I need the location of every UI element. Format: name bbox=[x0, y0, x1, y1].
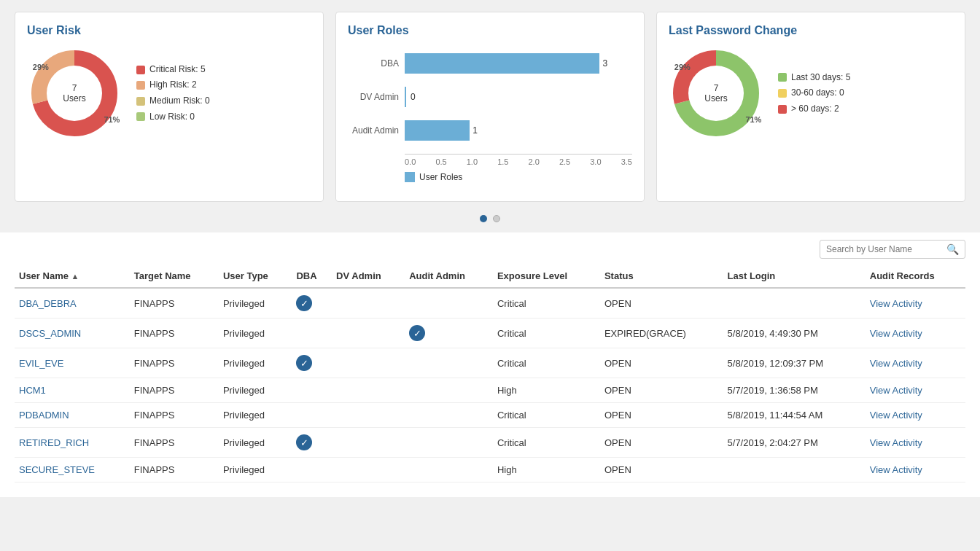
cell-dvadmin bbox=[332, 458, 405, 482]
cell-targetname: FINAPPS bbox=[130, 319, 219, 348]
bar-auditadmin-fill bbox=[405, 120, 470, 141]
view-activity-link[interactable]: View Activity bbox=[870, 410, 922, 421]
table-row: EVIL_EVEFINAPPSPrivileged✓CriticalOPEN5/… bbox=[15, 348, 965, 378]
cell-exposurelevel: Critical bbox=[493, 348, 600, 378]
cell-targetname: FINAPPS bbox=[130, 428, 219, 458]
cell-username: PDBADMIN bbox=[15, 403, 130, 428]
bar-dvadmin-fill bbox=[405, 87, 406, 107]
check-dba: ✓ bbox=[296, 355, 312, 371]
cell-targetname: FINAPPS bbox=[130, 403, 219, 428]
last-password-center: 7 Users bbox=[704, 83, 727, 104]
bar-auditadmin-value: 1 bbox=[472, 125, 478, 136]
cell-lastlogin bbox=[723, 288, 866, 319]
view-activity-link[interactable]: View Activity bbox=[870, 328, 922, 339]
cell-auditrecords: View Activity bbox=[866, 348, 965, 378]
cell-targetname: FINAPPS bbox=[130, 288, 219, 319]
cell-dvadmin bbox=[332, 319, 405, 348]
table-section: 🔍 User Name ▲ Target Name User Type DBA … bbox=[0, 232, 980, 497]
table-row: DSCS_ADMINFINAPPSPrivileged✓CriticalEXPI… bbox=[15, 319, 965, 348]
user-link[interactable]: PDBADMIN bbox=[19, 410, 69, 421]
user-link[interactable]: SECURE_STEVE bbox=[19, 464, 95, 475]
cell-status: OPEN bbox=[600, 348, 723, 378]
table-body: DBA_DEBRAFINAPPSPrivileged✓CriticalOPENV… bbox=[15, 288, 965, 482]
table-header-row: User Name ▲ Target Name User Type DBA DV… bbox=[15, 265, 965, 288]
cell-dba bbox=[292, 403, 332, 428]
cell-usertype: Privileged bbox=[219, 348, 292, 378]
cell-status: OPEN bbox=[600, 378, 723, 403]
view-activity-link[interactable]: View Activity bbox=[870, 464, 922, 475]
legend-medium-dot bbox=[136, 97, 145, 106]
cell-dba bbox=[292, 458, 332, 482]
sort-arrow-username: ▲ bbox=[71, 272, 79, 281]
col-dba: DBA bbox=[292, 265, 332, 288]
bar-auditadmin-label: Audit Admin bbox=[348, 125, 399, 136]
cell-auditrecords: View Activity bbox=[866, 403, 965, 428]
cell-auditadmin bbox=[405, 403, 493, 428]
cell-exposurelevel: Critical bbox=[493, 319, 600, 348]
legend-high-dot bbox=[136, 81, 145, 90]
cell-username: SECURE_STEVE bbox=[15, 458, 130, 482]
view-activity-link[interactable]: View Activity bbox=[870, 437, 922, 448]
cell-dba: ✓ bbox=[292, 348, 332, 378]
last-password-content: 7 Users 29% 71% Last 30 days: 5 30-60 da… bbox=[669, 46, 953, 141]
cell-usertype: Privileged bbox=[219, 319, 292, 348]
cell-targetname: FINAPPS bbox=[130, 378, 219, 403]
user-link[interactable]: DSCS_ADMIN bbox=[19, 328, 81, 339]
cell-dba: ✓ bbox=[292, 428, 332, 458]
user-link[interactable]: EVIL_EVE bbox=[19, 358, 63, 369]
user-risk-pct29: 29% bbox=[33, 63, 49, 71]
search-input[interactable] bbox=[826, 244, 946, 254]
user-link[interactable]: DBA_DEBRA bbox=[19, 298, 77, 309]
cell-auditadmin bbox=[405, 428, 493, 458]
user-risk-pct71: 71% bbox=[104, 115, 120, 124]
legend-over60-dot bbox=[778, 105, 787, 114]
col-usertype: User Type bbox=[219, 265, 292, 288]
cell-username: EVIL_EVE bbox=[15, 348, 130, 378]
pagination-dot-1[interactable] bbox=[480, 215, 487, 222]
legend-60days-label: 30-60 days: 0 bbox=[791, 85, 844, 101]
user-risk-content: 7 Users 29% 71% Critical Risk: 5 High Ri… bbox=[27, 46, 311, 141]
user-link[interactable]: RETIRED_RICH bbox=[19, 437, 89, 448]
bar-dvadmin-outer: 0 bbox=[405, 87, 632, 107]
table-row: PDBADMINFINAPPSPrivilegedCriticalOPEN5/8… bbox=[15, 403, 965, 428]
view-activity-link[interactable]: View Activity bbox=[870, 358, 922, 369]
cell-auditadmin bbox=[405, 458, 493, 482]
last-password-legend: Last 30 days: 5 30-60 days: 0 > 60 days:… bbox=[778, 70, 850, 117]
cell-exposurelevel: Critical bbox=[493, 403, 600, 428]
cell-status: OPEN bbox=[600, 458, 723, 482]
cell-lastlogin: 5/7/2019, 2:04:27 PM bbox=[723, 428, 866, 458]
cell-dvadmin bbox=[332, 403, 405, 428]
legend-30days-dot bbox=[778, 73, 787, 82]
table-header: User Name ▲ Target Name User Type DBA DV… bbox=[15, 265, 965, 288]
cell-auditrecords: View Activity bbox=[866, 378, 965, 403]
cell-exposurelevel: High bbox=[493, 458, 600, 482]
bar-dvadmin-label: DV Admin bbox=[348, 92, 399, 102]
user-roles-card: User Roles DBA 3 DV Admin 0 Audit Admin bbox=[335, 12, 645, 202]
legend-over60: > 60 days: 2 bbox=[778, 101, 850, 117]
table-row: DBA_DEBRAFINAPPSPrivileged✓CriticalOPENV… bbox=[15, 288, 965, 319]
user-link[interactable]: HCM1 bbox=[19, 385, 46, 396]
bar-dba-label: DBA bbox=[348, 58, 399, 69]
search-row: 🔍 bbox=[15, 240, 965, 259]
legend-low-dot bbox=[136, 112, 145, 121]
view-activity-link[interactable]: View Activity bbox=[870, 385, 922, 396]
cell-auditadmin bbox=[405, 348, 493, 378]
check-dba: ✓ bbox=[296, 295, 312, 311]
cell-status: EXPIRED(GRACE) bbox=[600, 319, 723, 348]
legend-30days: Last 30 days: 5 bbox=[778, 70, 850, 86]
col-username[interactable]: User Name ▲ bbox=[15, 265, 130, 288]
bar-dba-outer: 3 bbox=[405, 53, 632, 74]
col-targetname: Target Name bbox=[130, 265, 219, 288]
search-box[interactable]: 🔍 bbox=[820, 240, 965, 259]
view-activity-link[interactable]: View Activity bbox=[870, 298, 922, 309]
pagination-dot-2[interactable] bbox=[493, 215, 500, 222]
cell-dvadmin bbox=[332, 348, 405, 378]
cell-auditrecords: View Activity bbox=[866, 458, 965, 482]
cell-usertype: Privileged bbox=[219, 458, 292, 482]
users-table: User Name ▲ Target Name User Type DBA DV… bbox=[15, 265, 965, 482]
col-auditadmin: Audit Admin bbox=[405, 265, 493, 288]
legend-60days-dot bbox=[778, 89, 787, 98]
cell-lastlogin: 5/8/2019, 12:09:37 PM bbox=[723, 348, 866, 378]
bar-legend-label: User Roles bbox=[419, 172, 462, 182]
bar-dba-fill bbox=[405, 53, 599, 74]
